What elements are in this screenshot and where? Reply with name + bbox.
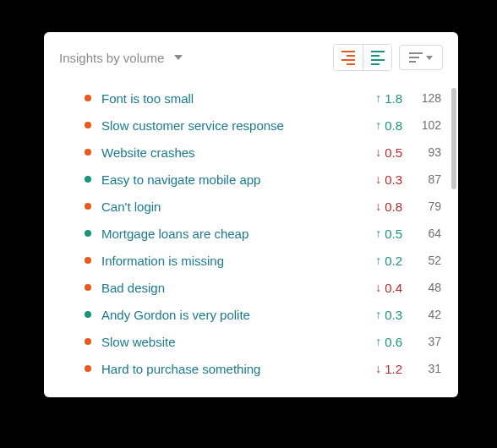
- alignment-group: [333, 44, 392, 71]
- trend-value: ↑0.6: [357, 335, 402, 349]
- scrollbar-thumb[interactable]: [451, 88, 456, 189]
- count-value: 128: [407, 91, 441, 105]
- sort-button[interactable]: [399, 45, 443, 70]
- sentiment-dot: [85, 176, 91, 183]
- insight-label: Font is too small: [101, 91, 357, 106]
- insight-label: Mortgage loans are cheap: [101, 227, 357, 241]
- arrow-up-icon: ↑: [375, 336, 381, 347]
- arrow-up-icon: ↑: [375, 309, 381, 320]
- trend-value: ↑0.2: [357, 254, 402, 268]
- trend-value: ↓1.2: [357, 362, 402, 376]
- insight-label: Information is missing: [101, 254, 357, 268]
- list-item[interactable]: Website crashes↓0.593: [85, 139, 441, 166]
- insight-label: Andy Gordon is very polite: [101, 308, 357, 322]
- arrow-down-icon: ↓: [375, 200, 381, 212]
- list-item[interactable]: Mortgage loans are cheap↑0.564: [85, 220, 441, 247]
- view-selector-label: Insights by volume: [59, 51, 164, 65]
- panel-header: Insights by volume: [44, 32, 458, 83]
- trend-value: ↓0.4: [357, 281, 402, 295]
- list-item[interactable]: Slow website↑0.637: [85, 328, 441, 355]
- sentiment-dot: [85, 230, 91, 237]
- list-item[interactable]: Easy to navigate mobile app↓0.387: [85, 166, 441, 193]
- trend-value: ↑1.8: [357, 91, 402, 106]
- toolbar: [333, 44, 443, 71]
- insight-label: Can't login: [101, 199, 357, 214]
- sentiment-dot: [85, 311, 91, 318]
- insight-label: Website crashes: [101, 145, 357, 160]
- trend-value: ↑0.3: [357, 308, 402, 322]
- arrow-up-icon: ↑: [375, 227, 381, 239]
- delta-value: 0.5: [385, 145, 402, 160]
- arrow-up-icon: ↑: [375, 119, 381, 131]
- chevron-down-icon: [426, 56, 433, 60]
- list-item[interactable]: Information is missing↑0.252: [85, 247, 441, 274]
- sentiment-dot: [85, 338, 91, 345]
- delta-value: 0.3: [385, 172, 402, 187]
- count-value: 48: [407, 281, 441, 294]
- list-item[interactable]: Slow customer service response↑0.8102: [85, 112, 441, 139]
- trend-value: ↑0.5: [357, 227, 402, 241]
- insight-label: Slow customer service response: [101, 118, 357, 133]
- count-value: 64: [407, 227, 441, 240]
- count-value: 79: [407, 199, 441, 213]
- sentiment-dot: [85, 149, 91, 156]
- insight-label: Bad design: [101, 281, 357, 295]
- trend-value: ↓0.5: [357, 145, 402, 160]
- count-value: 102: [407, 118, 441, 132]
- list-item[interactable]: Can't login↓0.879: [85, 193, 441, 220]
- sentiment-dot: [85, 365, 91, 372]
- count-value: 52: [407, 254, 441, 267]
- view-selector[interactable]: Insights by volume: [59, 51, 183, 65]
- insight-label: Easy to navigate mobile app: [101, 172, 357, 187]
- sentiment-dot: [85, 122, 91, 128]
- align-left-icon: [371, 51, 385, 65]
- delta-value: 0.4: [385, 281, 402, 295]
- trend-value: ↓0.3: [357, 172, 402, 187]
- arrow-down-icon: ↓: [375, 173, 381, 185]
- delta-value: 0.5: [385, 227, 402, 241]
- delta-value: 0.3: [385, 308, 402, 322]
- list-viewport: Font is too small↑1.8128Slow customer se…: [44, 83, 458, 397]
- list-item[interactable]: Font is too small↑1.8128: [85, 85, 441, 112]
- count-value: 42: [407, 308, 441, 321]
- count-value: 37: [407, 335, 441, 348]
- arrow-down-icon: ↓: [375, 363, 381, 374]
- sentiment-dot: [85, 284, 91, 291]
- insights-panel: Insights by volume: [44, 32, 458, 397]
- insights-list: Font is too small↑1.8128Slow customer se…: [44, 83, 458, 389]
- insight-label: Hard to purchase something: [101, 362, 357, 376]
- list-item[interactable]: Andy Gordon is very polite↑0.342: [85, 301, 441, 328]
- delta-value: 0.2: [385, 254, 402, 268]
- sentiment-dot: [85, 95, 91, 101]
- insight-label: Slow website: [101, 335, 357, 349]
- trend-value: ↑0.8: [357, 118, 402, 133]
- count-value: 31: [407, 362, 441, 375]
- arrow-down-icon: ↓: [375, 281, 381, 293]
- delta-value: 0.8: [385, 199, 402, 214]
- arrow-up-icon: ↑: [375, 254, 381, 266]
- count-value: 93: [407, 145, 441, 159]
- delta-value: 1.8: [385, 91, 402, 106]
- sentiment-dot: [85, 203, 91, 210]
- arrow-down-icon: ↓: [375, 146, 381, 158]
- chevron-down-icon: [174, 55, 183, 60]
- arrow-up-icon: ↑: [375, 92, 381, 104]
- sort-icon: [409, 52, 423, 63]
- list-item[interactable]: Bad design↓0.448: [85, 274, 441, 301]
- count-value: 87: [407, 172, 441, 186]
- trend-value: ↓0.8: [357, 199, 402, 214]
- align-left-button[interactable]: [363, 45, 391, 70]
- delta-value: 1.2: [385, 362, 402, 376]
- align-right-button[interactable]: [334, 45, 363, 70]
- align-right-icon: [341, 51, 355, 65]
- list-item[interactable]: Hard to purchase something↓1.231: [85, 355, 441, 382]
- delta-value: 0.8: [385, 118, 402, 133]
- delta-value: 0.6: [385, 335, 402, 349]
- sentiment-dot: [85, 257, 91, 264]
